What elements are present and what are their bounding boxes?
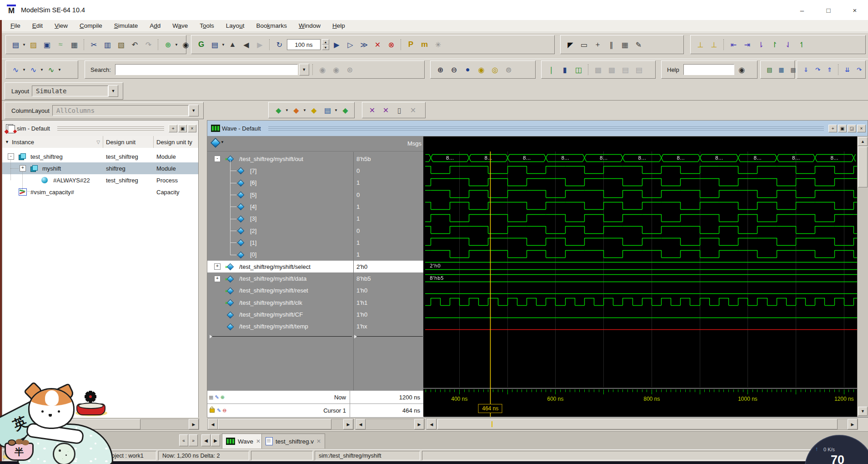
restart-icon[interactable]: ↻ bbox=[273, 39, 286, 51]
wave-horizontal-scrollbar[interactable]: ◀ ▶ bbox=[426, 419, 858, 430]
run-length-spinner[interactable]: ▲▼ bbox=[322, 39, 329, 50]
wave-panel-close-button[interactable]: × bbox=[857, 125, 866, 132]
menu-add[interactable]: Add bbox=[144, 21, 166, 31]
wave-signal-row-test-shiftreg-myshift-reset[interactable]: /test_shiftreg/myshift/reset bbox=[207, 285, 353, 297]
save-format-icon[interactable]: ◆ bbox=[308, 104, 320, 116]
wave-signal-row-5[interactable]: [5] bbox=[207, 189, 353, 201]
expand-to-readers-dropdown-icon[interactable]: ▼ bbox=[40, 68, 44, 72]
names-scroll-right-icon[interactable]: ▶ bbox=[343, 419, 353, 429]
names-scroll-left-icon[interactable]: ◀ bbox=[208, 419, 218, 429]
tree-row-myshift[interactable]: +myshiftshiftregModule bbox=[2, 162, 198, 174]
cut-icon[interactable]: ✂ bbox=[88, 39, 100, 51]
wave-signal-row-0[interactable]: [0] bbox=[207, 249, 353, 261]
cursor-pair-mode-icon[interactable]: ∥ bbox=[605, 39, 617, 51]
prev-transition-icon[interactable]: ⇤ bbox=[728, 39, 740, 51]
refresh-source-icon[interactable]: ≈ bbox=[55, 39, 67, 51]
collapse-icon[interactable]: - bbox=[8, 153, 14, 160]
tree-row-testshiftreg[interactable]: -test_shiftregtest_shiftregModule bbox=[2, 151, 198, 162]
layout-combo[interactable]: Simulate bbox=[32, 86, 108, 96]
export-wave-icon[interactable]: ▤ bbox=[321, 104, 334, 116]
run-icon[interactable]: ▶ bbox=[331, 39, 343, 51]
menu-help[interactable]: Help bbox=[326, 21, 351, 31]
examine-hand-icon[interactable]: ✳ bbox=[432, 39, 444, 51]
wrap-last-icon[interactable]: ↷ bbox=[854, 65, 864, 75]
insert-wave-icon[interactable]: ◆ bbox=[339, 104, 351, 116]
wave-panel-add-button[interactable]: ＋ bbox=[828, 125, 837, 132]
wave-scroll-left-icon[interactable]: ◀ bbox=[426, 419, 437, 429]
find-previous-icon[interactable]: ◉ bbox=[330, 64, 342, 76]
expand-icon[interactable]: + bbox=[214, 263, 221, 270]
print-icon[interactable]: ▦ bbox=[68, 39, 80, 51]
save-file-icon[interactable]: ▣ bbox=[41, 39, 53, 51]
zoom-in-icon[interactable]: ⊕ bbox=[434, 64, 447, 76]
prev-rising-edge-icon[interactable]: ↿ bbox=[796, 39, 808, 51]
minimize-button[interactable]: – bbox=[789, 0, 815, 20]
zoom-out-icon[interactable]: ⊖ bbox=[448, 64, 460, 76]
scroll-down-icon[interactable]: ▼ bbox=[858, 407, 868, 416]
add-selected-dropdown-icon[interactable]: ▼ bbox=[175, 43, 178, 47]
sim-scroll-right-icon[interactable]: ▶ bbox=[189, 419, 199, 429]
now-pencil-icon[interactable]: ✎ bbox=[215, 394, 219, 400]
export-wave-dropdown-icon[interactable]: ▼ bbox=[334, 108, 338, 112]
zoom-mode-icon[interactable]: ▭ bbox=[578, 39, 590, 51]
expand-to-readers-icon[interactable]: ∿ bbox=[27, 64, 40, 76]
open-folder-icon[interactable]: ▨ bbox=[27, 39, 40, 51]
cursor1-row[interactable]: ✎ ⊖ Cursor 1 464 ns bbox=[207, 403, 424, 417]
pattern-b-icon[interactable]: ▩ bbox=[606, 64, 618, 76]
clear-all-icon[interactable]: ✕ bbox=[407, 104, 419, 116]
values-scroll-left-icon[interactable]: ◀ bbox=[356, 419, 366, 429]
add-selected-icon[interactable]: ⊕ bbox=[162, 39, 174, 51]
select-pointer-icon[interactable]: ◤ bbox=[564, 39, 577, 51]
search-input[interactable] bbox=[115, 64, 298, 75]
collapse-icon[interactable]: - bbox=[214, 156, 221, 162]
column-header-design-unit-type[interactable]: Design unit ty bbox=[154, 136, 198, 148]
forward-icon[interactable]: ▶ bbox=[254, 39, 266, 51]
compare-view-icon[interactable]: ▮ bbox=[559, 64, 571, 76]
close-tab-icon[interactable]: ✕ bbox=[256, 438, 261, 444]
edit-mode-icon[interactable]: ✎ bbox=[632, 39, 645, 51]
cursor-remove-icon[interactable]: ⊖ bbox=[222, 408, 226, 414]
menu-simulate[interactable]: Simulate bbox=[108, 21, 144, 31]
menu-file[interactable]: File bbox=[5, 21, 26, 31]
menu-compile[interactable]: Compile bbox=[74, 21, 108, 31]
move-down-icon[interactable]: ⇓ bbox=[801, 65, 811, 75]
next-rising-edge-icon[interactable]: ↾ bbox=[768, 39, 781, 51]
add-to-wave-icon[interactable]: ◆ bbox=[272, 104, 285, 116]
wave-signal-row-1[interactable]: [1] bbox=[207, 237, 353, 248]
pattern-d-icon[interactable]: ▤ bbox=[633, 64, 645, 76]
wave-signal-row-3[interactable]: [3] bbox=[207, 213, 353, 225]
expand-to-drivers-dropdown-icon[interactable]: ▼ bbox=[22, 68, 26, 72]
wave-signal-row-test-shiftreg-myshift-temp[interactable]: /test_shiftreg/myshift/temp bbox=[207, 321, 353, 333]
wave-objects-filter-dropdown-icon[interactable]: ▼ bbox=[221, 140, 224, 144]
wave-signal-row-7[interactable]: [7] bbox=[207, 165, 353, 177]
wave-panel-dock-button[interactable]: ◲ bbox=[848, 125, 856, 132]
wave-panel-restore-button[interactable]: ▣ bbox=[838, 125, 847, 132]
menu-layout[interactable]: Layout bbox=[220, 21, 251, 31]
remove-from-wave-dropdown-icon[interactable]: ▼ bbox=[303, 108, 306, 112]
expand-to-drivers-icon[interactable]: ∿ bbox=[10, 64, 22, 76]
insert-cursor-icon[interactable]: ⊥ bbox=[694, 39, 707, 51]
cursor-bar-icon[interactable]: ∣ bbox=[545, 64, 557, 76]
tree-row-always22[interactable]: #ALWAYS#22test_shiftregProcess bbox=[2, 174, 198, 186]
cut-signal-icon[interactable]: ✕ bbox=[366, 104, 378, 116]
profile-performance-icon[interactable]: P bbox=[405, 39, 417, 51]
menu-window[interactable]: Window bbox=[293, 21, 326, 31]
zoom-full-icon[interactable]: ● bbox=[462, 64, 474, 76]
cursor-pencil-icon[interactable]: ✎ bbox=[217, 408, 221, 414]
vertical-scroll-thumb[interactable] bbox=[858, 146, 868, 187]
wave-signal-row-2[interactable]: [2] bbox=[207, 225, 353, 237]
compare-options-icon[interactable]: ▦ bbox=[776, 65, 787, 75]
zoom-range-icon[interactable]: ⊚ bbox=[502, 64, 515, 76]
paste-icon[interactable]: ▧ bbox=[115, 39, 127, 51]
columnlayout-combo-dropdown-icon[interactable]: ▼ bbox=[189, 105, 199, 116]
close-button[interactable]: × bbox=[842, 0, 868, 20]
tree-row-vsimcapacity[interactable]: #vsim_capacity#Capacity bbox=[2, 186, 198, 198]
zoom-in-on-cursor-icon[interactable]: ◉ bbox=[475, 64, 487, 76]
menu-tools[interactable]: Tools bbox=[194, 21, 220, 31]
menu-edit[interactable]: Edit bbox=[26, 21, 49, 31]
menu-bookmarks[interactable]: Bookmarks bbox=[250, 21, 293, 31]
show-note-icon[interactable]: ▯ bbox=[393, 104, 406, 116]
delete-cursor-icon[interactable]: ⊥ bbox=[708, 39, 720, 51]
help-input[interactable] bbox=[683, 64, 734, 75]
wave-panel-header[interactable]: Wave - Default ＋ ▣ ◲ × bbox=[207, 121, 868, 136]
